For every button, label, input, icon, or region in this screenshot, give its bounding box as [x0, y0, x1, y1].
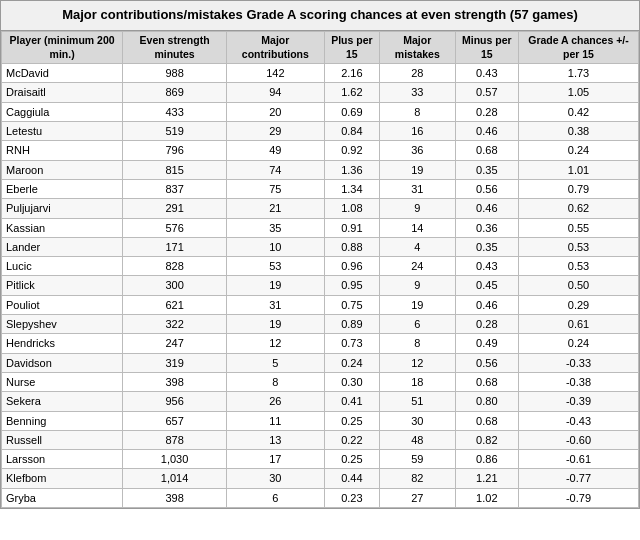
table-cell: 828: [123, 257, 227, 276]
table-cell: 53: [226, 257, 324, 276]
table-cell: 49: [226, 141, 324, 160]
table-cell: 12: [226, 334, 324, 353]
table-cell: 398: [123, 488, 227, 507]
column-header: Minus per 15: [455, 31, 518, 63]
table-title: Major contributions/mistakes Grade A sco…: [1, 1, 639, 31]
table-row: Nurse39880.30180.68-0.38: [2, 372, 639, 391]
table-cell: 1.62: [324, 83, 379, 102]
table-cell: 0.53: [518, 257, 638, 276]
table-cell: 0.25: [324, 450, 379, 469]
table-cell: 18: [379, 372, 455, 391]
table-row: Pitlick300190.9590.450.50: [2, 276, 639, 295]
table-header: Player (minimum 200 min.)Even strength m…: [2, 31, 639, 63]
table-cell: 796: [123, 141, 227, 160]
table-cell: 1.02: [455, 488, 518, 507]
table-cell: 8: [226, 372, 324, 391]
table-cell: 74: [226, 160, 324, 179]
table-row: Klefbom1,014300.44821.21-0.77: [2, 469, 639, 488]
table-cell: 14: [379, 218, 455, 237]
table-cell: 29: [226, 122, 324, 141]
table-cell: 300: [123, 276, 227, 295]
table-row: Lander171100.8840.350.53: [2, 237, 639, 256]
table-cell: 0.53: [518, 237, 638, 256]
column-header: Grade A chances +/- per 15: [518, 31, 638, 63]
table-cell: 0.49: [455, 334, 518, 353]
table-cell: 0.79: [518, 179, 638, 198]
table-cell: 0.36: [455, 218, 518, 237]
table-cell: 0.89: [324, 315, 379, 334]
table-cell: 17: [226, 450, 324, 469]
table-cell: Russell: [2, 430, 123, 449]
table-cell: -0.33: [518, 353, 638, 372]
table-cell: Letestu: [2, 122, 123, 141]
table-cell: 0.92: [324, 141, 379, 160]
table-cell: 8: [379, 334, 455, 353]
table-cell: -0.79: [518, 488, 638, 507]
table-cell: 0.46: [455, 199, 518, 218]
table-cell: Larsson: [2, 450, 123, 469]
table-cell: -0.60: [518, 430, 638, 449]
table-cell: Puljujarvi: [2, 199, 123, 218]
table-cell: 988: [123, 64, 227, 83]
table-cell: Klefbom: [2, 469, 123, 488]
table-cell: 51: [379, 392, 455, 411]
table-cell: 878: [123, 430, 227, 449]
table-cell: 36: [379, 141, 455, 160]
table-cell: 837: [123, 179, 227, 198]
table-cell: 247: [123, 334, 227, 353]
table-cell: 322: [123, 315, 227, 334]
column-header: Even strength minutes: [123, 31, 227, 63]
table-row: Gryba39860.23271.02-0.79: [2, 488, 639, 507]
table-cell: 0.29: [518, 295, 638, 314]
table-cell: 657: [123, 411, 227, 430]
table-cell: 0.25: [324, 411, 379, 430]
table-cell: 142: [226, 64, 324, 83]
table-cell: 1.36: [324, 160, 379, 179]
table-cell: 0.68: [455, 141, 518, 160]
table-cell: 82: [379, 469, 455, 488]
table-row: McDavid9881422.16280.431.73: [2, 64, 639, 83]
table-cell: 0.68: [455, 411, 518, 430]
table-cell: 30: [226, 469, 324, 488]
table-cell: 28: [379, 64, 455, 83]
table-cell: 6: [226, 488, 324, 507]
table-cell: 0.96: [324, 257, 379, 276]
table-cell: Maroon: [2, 160, 123, 179]
table-cell: 2.16: [324, 64, 379, 83]
table-cell: Lander: [2, 237, 123, 256]
table-cell: 0.82: [455, 430, 518, 449]
table-body: McDavid9881422.16280.431.73Draisaitl8699…: [2, 64, 639, 508]
table-cell: 0.46: [455, 295, 518, 314]
table-cell: 0.56: [455, 179, 518, 198]
table-cell: 0.86: [455, 450, 518, 469]
table-row: Caggiula433200.6980.280.42: [2, 102, 639, 121]
table-cell: 33: [379, 83, 455, 102]
table-cell: 19: [379, 160, 455, 179]
table-cell: 0.22: [324, 430, 379, 449]
table-cell: 1.21: [455, 469, 518, 488]
table-cell: Kassian: [2, 218, 123, 237]
table-cell: 0.46: [455, 122, 518, 141]
table-cell: Davidson: [2, 353, 123, 372]
table-row: Hendricks247120.7380.490.24: [2, 334, 639, 353]
table-cell: 0.84: [324, 122, 379, 141]
table-row: Draisaitl869941.62330.571.05: [2, 83, 639, 102]
table-cell: 0.75: [324, 295, 379, 314]
table-row: Letestu519290.84160.460.38: [2, 122, 639, 141]
table-cell: 27: [379, 488, 455, 507]
table-cell: 26: [226, 392, 324, 411]
table-cell: 4: [379, 237, 455, 256]
table-cell: -0.39: [518, 392, 638, 411]
table-cell: 1,030: [123, 450, 227, 469]
stats-table-container: Major contributions/mistakes Grade A sco…: [0, 0, 640, 509]
table-cell: 1.34: [324, 179, 379, 198]
table-cell: Pouliot: [2, 295, 123, 314]
table-cell: Hendricks: [2, 334, 123, 353]
table-cell: Slepyshev: [2, 315, 123, 334]
table-cell: -0.61: [518, 450, 638, 469]
table-cell: 9: [379, 199, 455, 218]
table-cell: 31: [379, 179, 455, 198]
table-cell: 31: [226, 295, 324, 314]
table-cell: Sekera: [2, 392, 123, 411]
table-cell: 48: [379, 430, 455, 449]
